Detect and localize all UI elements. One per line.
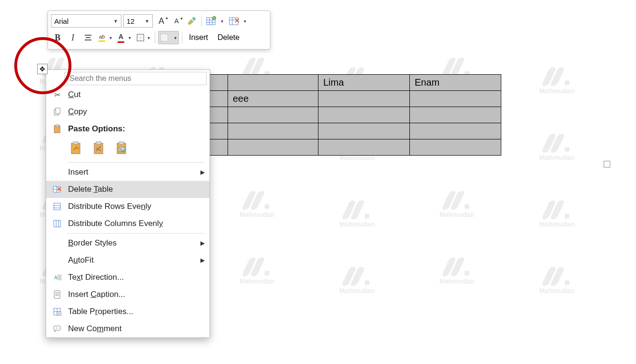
menu-cut[interactable]: ✂ Cut: [46, 86, 209, 103]
clipboard-icon: [51, 124, 63, 134]
table-cell[interactable]: Lima: [318, 75, 410, 91]
italic-button[interactable]: I: [66, 31, 80, 44]
svg-point-29: [120, 148, 122, 150]
svg-rect-19: [56, 108, 60, 114]
distribute-rows-icon: [51, 202, 63, 211]
menu-search-field[interactable]: [64, 72, 207, 85]
insert-table-split-button[interactable]: + ▾: [205, 13, 226, 29]
svg-rect-35: [54, 203, 60, 210]
svg-rect-52: [57, 312, 61, 315]
caption-icon: [51, 290, 63, 299]
svg-rect-21: [56, 125, 59, 127]
menu-border-styles[interactable]: Border Styles ▶: [46, 235, 209, 252]
borders-button[interactable]: ▾: [135, 31, 152, 44]
table-cell[interactable]: [228, 107, 318, 123]
table-cell[interactable]: [410, 91, 501, 107]
table-cell[interactable]: [410, 107, 501, 123]
table-move-handle[interactable]: ✥: [37, 64, 48, 74]
font-size-value: 12: [127, 17, 135, 25]
align-center-button[interactable]: [81, 31, 95, 44]
shading-button[interactable]: ▾: [158, 31, 179, 44]
distribute-columns-icon: [51, 219, 63, 228]
align-icon: [84, 34, 92, 41]
menu-copy[interactable]: Copy: [46, 103, 209, 120]
font-family-combo[interactable]: Arial ▼: [51, 14, 121, 28]
svg-text:A: A: [54, 275, 58, 280]
delete-table-split-button[interactable]: ▾: [228, 13, 248, 29]
table-cell[interactable]: Enam: [410, 75, 501, 91]
table-cell[interactable]: [318, 91, 410, 107]
table-cell[interactable]: [228, 123, 318, 139]
menu-distribute-rows[interactable]: Distribute Rows Evenly: [46, 198, 209, 215]
svg-rect-23: [73, 142, 78, 144]
paste-picture[interactable]: [114, 139, 130, 157]
text-direction-icon: A: [51, 273, 63, 282]
menu-paste-options-header: Paste Options:: [46, 120, 209, 138]
font-color-button[interactable]: A ▾: [116, 31, 133, 44]
menu-insert-caption[interactable]: Insert Caption...: [46, 286, 209, 303]
paste-merge-formatting[interactable]: [91, 139, 107, 157]
table-delete-icon: [228, 15, 240, 27]
menu-text-direction[interactable]: A Text Direction...: [46, 269, 209, 286]
paste-keep-source-formatting[interactable]: [68, 139, 84, 157]
chevron-down-icon: ▼: [145, 19, 149, 24]
paintbrush-icon: [187, 16, 197, 26]
table-context-menu: ✂ Cut Copy Paste Options: Insert ▶ D: [46, 69, 210, 338]
highlight-color-button[interactable]: ab ▾: [97, 31, 114, 44]
shrink-font-button[interactable]: A▾: [170, 14, 183, 28]
svg-text:+: +: [213, 16, 216, 20]
grow-font-button[interactable]: A▴: [155, 14, 168, 28]
delete-button[interactable]: Delete: [214, 31, 243, 44]
menu-distribute-columns[interactable]: Distribute Columns Evenly: [46, 215, 209, 232]
font-family-value: Arial: [54, 17, 69, 25]
insert-button[interactable]: Insert: [185, 31, 212, 44]
table-resize-handle[interactable]: [604, 161, 610, 167]
chevron-right-icon: ▶: [200, 169, 205, 176]
table-properties-icon: [51, 307, 63, 316]
table-delete-icon: [51, 185, 63, 194]
paste-options-row: [46, 138, 209, 161]
format-painter-button[interactable]: [185, 14, 199, 28]
menu-autofit[interactable]: AutoFit ▶: [46, 252, 209, 269]
copy-icon: [51, 108, 63, 116]
table-cell[interactable]: [228, 75, 318, 91]
bold-button[interactable]: B: [51, 31, 64, 44]
menu-insert[interactable]: Insert ▶: [46, 164, 209, 181]
font-size-combo[interactable]: 12 ▼: [123, 14, 153, 28]
mini-toolbar: Arial ▼ 12 ▼ A▴ A▾ + ▾ ▾ B I: [48, 10, 270, 49]
svg-rect-38: [54, 220, 60, 227]
table-cell[interactable]: [318, 107, 410, 123]
chevron-right-icon: ▶: [200, 257, 205, 264]
svg-rect-25: [96, 142, 101, 144]
menu-new-comment[interactable]: + New Comment: [46, 320, 209, 337]
table-cell[interactable]: [318, 123, 410, 139]
scissors-icon: ✂: [51, 90, 63, 99]
menu-search-input[interactable]: [65, 72, 206, 85]
table-cell[interactable]: [410, 123, 501, 139]
comment-icon: +: [51, 325, 63, 333]
chevron-right-icon: ▶: [200, 240, 205, 246]
table-cell[interactable]: eee: [228, 91, 318, 107]
chevron-down-icon: ▼: [113, 19, 118, 24]
svg-text:+: +: [56, 326, 58, 330]
borders-icon: [137, 34, 144, 41]
table-cell[interactable]: [318, 139, 410, 156]
menu-table-properties[interactable]: Table Properties...: [46, 303, 209, 320]
svg-rect-27: [119, 142, 124, 144]
table-insert-icon: +: [205, 15, 218, 27]
table-cell[interactable]: [410, 139, 501, 156]
svg-rect-45: [54, 291, 60, 298]
menu-delete-table[interactable]: Delete Table: [46, 181, 209, 198]
table-cell[interactable]: [228, 139, 318, 156]
